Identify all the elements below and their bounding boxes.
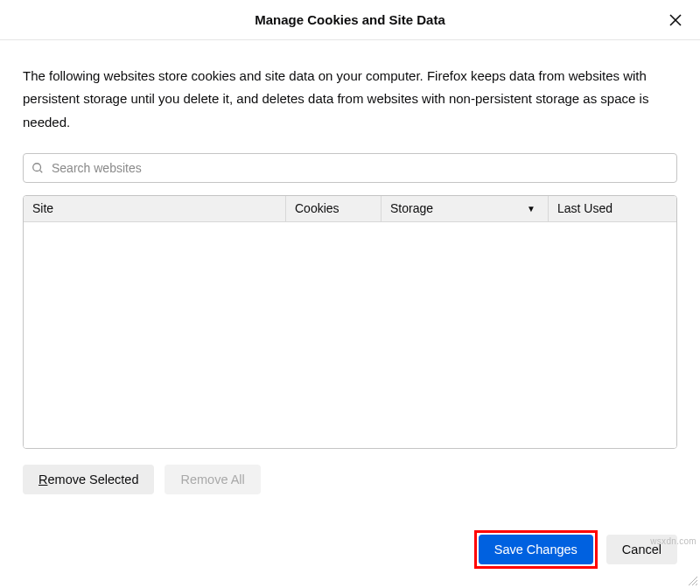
dialog-header: Manage Cookies and Site Data xyxy=(0,0,700,40)
column-header-site[interactable]: Site xyxy=(24,196,286,221)
save-changes-label: Save Changes xyxy=(494,542,578,556)
search-container xyxy=(23,153,677,183)
svg-line-4 xyxy=(689,577,697,585)
resize-grip-icon xyxy=(686,574,698,586)
column-label-storage: Storage xyxy=(390,201,433,215)
save-changes-button[interactable]: Save Changes xyxy=(479,535,593,564)
column-header-cookies[interactable]: Cookies xyxy=(286,196,382,221)
sites-table: Site Cookies Storage ▼ Last Used xyxy=(23,195,677,449)
column-header-lastused[interactable]: Last Used xyxy=(549,196,676,221)
close-icon xyxy=(668,13,682,27)
save-highlight-box: Save Changes xyxy=(474,530,598,569)
remove-buttons-row: Remove Selected Remove All xyxy=(23,465,677,494)
svg-line-6 xyxy=(696,584,697,585)
table-header-row: Site Cookies Storage ▼ Last Used xyxy=(24,196,676,222)
close-button[interactable] xyxy=(665,10,686,31)
table-body[interactable] xyxy=(24,222,676,448)
dialog-title: Manage Cookies and Site Data xyxy=(255,12,445,27)
remove-all-label: Remove All xyxy=(180,472,244,486)
search-input[interactable] xyxy=(23,153,677,183)
sort-indicator-icon: ▼ xyxy=(527,204,536,214)
remove-selected-button[interactable]: Remove Selected xyxy=(23,465,154,494)
remove-all-button[interactable]: Remove All xyxy=(164,465,260,494)
dialog-footer: Save Changes Cancel xyxy=(474,530,677,569)
column-header-storage[interactable]: Storage ▼ xyxy=(382,196,549,221)
column-label-cookies: Cookies xyxy=(295,201,340,215)
watermark-text: wsxdn.com xyxy=(650,536,696,546)
remove-selected-label: Remove Selected xyxy=(38,472,138,486)
column-label-lastused: Last Used xyxy=(557,201,612,215)
dialog-description: The following websites store cookies and… xyxy=(23,65,677,134)
dialog-body: The following websites store cookies and… xyxy=(0,40,700,494)
svg-line-5 xyxy=(692,580,697,585)
column-label-site: Site xyxy=(32,201,53,215)
